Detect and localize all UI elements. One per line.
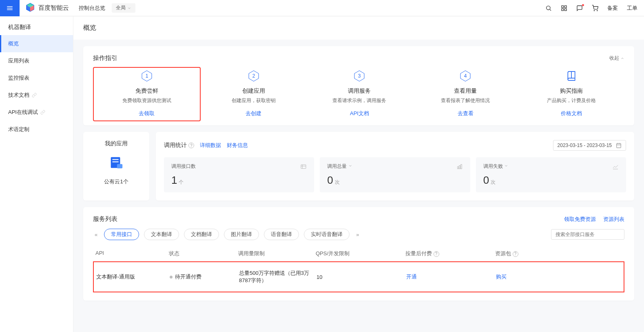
resource-list-link[interactable]: 资源列表	[603, 216, 624, 223]
tab-image[interactable]: 图片翻译	[224, 229, 259, 240]
step-action-link[interactable]: 去领取	[94, 110, 200, 117]
book-icon	[566, 70, 577, 82]
sidebar-item-apidebug[interactable]: API在线调试	[0, 104, 73, 121]
sidebar-item-applist[interactable]: 应用列表	[0, 52, 73, 69]
svg-rect-11	[562, 9, 564, 11]
cell-qps: 10	[316, 274, 406, 280]
th-pay: 按量后付费 ?	[405, 250, 495, 257]
collapse-button[interactable]: 收起	[609, 55, 624, 62]
service-search[interactable]	[551, 229, 624, 240]
guide-step-4: 4 查看用量 查看报表了解使用情况 去查看	[412, 70, 518, 117]
svg-line-8	[550, 9, 551, 11]
region-selector[interactable]: 全局	[112, 3, 135, 13]
breadcrumb[interactable]: 控制台总览	[75, 4, 109, 12]
step-action-link[interactable]: 去创建	[201, 110, 307, 117]
guide-step-1: 1 免费尝鲜 免费领取资源供您测试 去领取	[93, 67, 201, 121]
cart-icon[interactable]	[592, 5, 598, 11]
tab-common[interactable]: 常用接口	[104, 229, 139, 240]
svg-rect-37	[460, 164, 462, 169]
purchase-link[interactable]: 购买	[496, 274, 507, 280]
activate-link[interactable]: 开通	[406, 274, 417, 280]
sidebar-item-monitor[interactable]: 监控报表	[0, 69, 73, 87]
status-dot-icon	[170, 276, 173, 279]
svg-rect-12	[564, 9, 567, 11]
stat-label: 调用失败	[483, 163, 508, 170]
tab-text[interactable]: 文本翻译	[144, 229, 179, 240]
chart-icon[interactable]	[456, 163, 463, 170]
finance-link[interactable]: 财务信息	[227, 142, 248, 149]
detail-data-link[interactable]: 详细数据	[200, 142, 221, 149]
chevron-down-icon	[127, 6, 131, 10]
tab-speech[interactable]: 语音翻译	[264, 229, 299, 240]
sidebar-item-terms[interactable]: 术语定制	[0, 121, 73, 138]
svg-rect-26	[113, 161, 119, 162]
sidebar-title: 机器翻译	[0, 16, 73, 35]
svg-rect-35	[457, 167, 458, 169]
help-icon[interactable]: ?	[434, 251, 439, 257]
step-action-link[interactable]: API文档	[307, 110, 413, 117]
step-title: 购买指南	[518, 87, 624, 95]
trend-icon[interactable]	[612, 163, 619, 170]
chevron-down-icon[interactable]	[504, 164, 508, 168]
chevron-down-icon[interactable]	[348, 164, 352, 168]
step-number-icon: 1	[141, 70, 153, 82]
help-icon[interactable]: ?	[513, 251, 518, 257]
svg-point-13	[594, 10, 594, 11]
brand-logo[interactable]: 百度智能云	[20, 2, 75, 13]
sidebar-item-docs[interactable]: 技术文档	[0, 87, 73, 104]
step-title: 调用服务	[307, 87, 413, 95]
beian-link[interactable]: 备案	[607, 4, 618, 12]
stats-title: 调用统计?	[164, 142, 194, 149]
svg-text:4: 4	[464, 73, 467, 79]
svg-text:1: 1	[146, 73, 148, 79]
stat-value: 1个	[171, 174, 307, 187]
svg-rect-32	[301, 165, 306, 168]
cell-limit: 总量500万字符赠送（已用3万8787字符）	[239, 270, 316, 284]
step-title: 创建应用	[201, 87, 307, 95]
step-number-icon: 3	[354, 70, 365, 82]
step-action-link[interactable]: 价格文档	[518, 110, 624, 117]
svg-text:2: 2	[252, 73, 255, 79]
step-action-link[interactable]: 去查看	[412, 110, 518, 117]
baidu-cloud-logo-icon	[25, 2, 35, 13]
brand-name: 百度智能云	[38, 4, 69, 12]
th-api: API	[95, 250, 169, 257]
detail-icon[interactable]	[300, 163, 307, 170]
stat-label: 调用总量	[327, 163, 352, 170]
stat-card-total: 调用总量 0次	[320, 157, 470, 192]
header-actions: 备案 工单	[545, 4, 637, 12]
th-status: 状态	[169, 250, 238, 257]
guide-step-purchase: 购买指南 产品购买，计费及价格 价格文档	[518, 70, 624, 117]
tab-doc[interactable]: 文档翻译	[184, 229, 219, 240]
svg-rect-10	[564, 6, 567, 8]
step-desc: 查看请求示例，调用服务	[307, 97, 413, 104]
step-title: 免费尝鲜	[94, 87, 200, 95]
table-row: 文本翻译-通用版 待开通付费 总量500万字符赠送（已用3万8787字符） 10…	[93, 261, 624, 292]
guide-step-2: 2 创建应用 创建应用，获取密钥 去创建	[201, 70, 307, 117]
tab-realtime[interactable]: 实时语音翻译	[304, 229, 350, 240]
free-resource-link[interactable]: 领取免费资源	[564, 216, 596, 223]
svg-point-14	[597, 10, 598, 11]
tabs-next-button[interactable]: »	[354, 232, 361, 238]
service-list-card: 服务列表 领取免费资源 资源列表 « 常用接口 文本翻译 文档翻译 图片翻译 语…	[83, 207, 634, 301]
workorder-link[interactable]: 工单	[627, 4, 637, 12]
svg-rect-36	[459, 165, 460, 169]
search-icon[interactable]	[545, 5, 552, 11]
th-limit: 调用量限制	[238, 250, 316, 257]
page-title: 概览	[73, 16, 644, 40]
menu-toggle-button[interactable]	[0, 0, 20, 16]
apps-grid-icon[interactable]	[561, 5, 567, 11]
sidebar-item-overview[interactable]: 概览	[0, 35, 73, 52]
th-qps: QPS/并发限制	[316, 250, 405, 257]
message-icon[interactable]	[576, 5, 583, 11]
guide-card: 操作指引 收起 1 免费尝鲜 免费领取资源供您测试 去领取 2 创建应用 创建应…	[83, 46, 634, 125]
date-range-picker[interactable]: 2023-03-15 - 2023-03-15	[553, 140, 626, 151]
service-tabs: « 常用接口 文本翻译 文档翻译 图片翻译 语音翻译 实时语音翻译 »	[93, 229, 624, 240]
tabs-prev-button[interactable]: «	[93, 232, 99, 238]
help-icon[interactable]: ?	[188, 143, 194, 148]
calendar-icon	[616, 143, 622, 148]
cloud-app-icon[interactable]	[108, 155, 124, 172]
stat-label: 调用接口数	[171, 163, 196, 170]
guide-step-3: 3 调用服务 查看请求示例，调用服务 API文档	[307, 70, 413, 117]
search-input[interactable]	[555, 232, 617, 237]
